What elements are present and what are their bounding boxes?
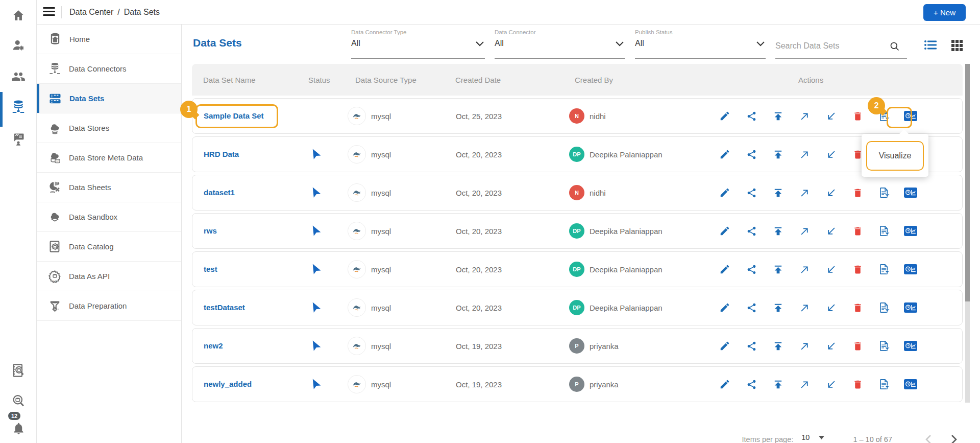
data-audit-icon[interactable] bbox=[0, 359, 37, 382]
script-filter-icon[interactable] bbox=[877, 225, 891, 237]
sidebar-item-data-stores[interactable]: Data Stores bbox=[37, 113, 181, 143]
delete-icon[interactable] bbox=[851, 110, 864, 122]
filter-data-connector[interactable]: Data Connector All bbox=[495, 29, 625, 59]
delete-icon[interactable] bbox=[851, 340, 864, 352]
sidebar-item-data-sandbox[interactable]: Data Sandbox bbox=[37, 202, 181, 232]
edit-icon[interactable] bbox=[718, 186, 731, 199]
filter-data-connector-type[interactable]: Data Connector Type All bbox=[351, 29, 485, 59]
visualize-icon[interactable] bbox=[904, 225, 917, 237]
share-icon[interactable] bbox=[745, 263, 758, 275]
delete-icon[interactable] bbox=[851, 263, 864, 275]
edit-icon[interactable] bbox=[718, 263, 731, 275]
delete-icon[interactable] bbox=[851, 301, 864, 314]
data-center-icon[interactable] bbox=[0, 96, 37, 118]
home-icon[interactable] bbox=[0, 4, 37, 27]
sidebar-item-home[interactable]: Home bbox=[37, 25, 181, 54]
edit-icon[interactable] bbox=[718, 340, 731, 352]
sidebar-item-data-as-api[interactable]: API Data As API bbox=[37, 262, 181, 291]
edit-icon[interactable] bbox=[718, 301, 731, 314]
share-icon[interactable] bbox=[745, 340, 758, 352]
publish-icon[interactable] bbox=[771, 340, 785, 352]
pull-down-icon[interactable] bbox=[824, 301, 838, 314]
filter-publish-status[interactable]: Publish Status All bbox=[635, 29, 766, 59]
share-icon[interactable] bbox=[745, 110, 758, 122]
data-set-name-link[interactable]: rws bbox=[204, 226, 217, 235]
script-filter-icon[interactable] bbox=[877, 186, 891, 199]
open-external-icon[interactable] bbox=[798, 148, 811, 160]
data-set-name-link[interactable]: test bbox=[204, 265, 217, 273]
publish-icon[interactable] bbox=[771, 378, 785, 390]
delete-icon[interactable] bbox=[851, 186, 864, 199]
share-icon[interactable] bbox=[745, 301, 758, 314]
script-filter-icon[interactable] bbox=[877, 378, 891, 390]
delete-icon[interactable] bbox=[851, 225, 864, 237]
avatar: DP bbox=[569, 300, 584, 315]
next-page-icon[interactable] bbox=[951, 434, 958, 443]
pull-down-icon[interactable] bbox=[824, 225, 838, 237]
pull-down-icon[interactable] bbox=[824, 110, 838, 122]
edit-icon[interactable] bbox=[718, 148, 731, 160]
user-admin-icon[interactable] bbox=[0, 34, 37, 56]
visualize-icon[interactable] bbox=[904, 263, 917, 275]
share-icon[interactable] bbox=[745, 186, 758, 199]
share-icon[interactable] bbox=[745, 378, 758, 390]
open-external-icon[interactable] bbox=[798, 378, 811, 390]
search-input[interactable] bbox=[775, 41, 877, 51]
search-icon[interactable] bbox=[890, 41, 900, 52]
sidebar-item-data-preparation[interactable]: Data Preparation bbox=[37, 291, 181, 321]
data-set-name-link[interactable]: newly_added bbox=[204, 380, 252, 388]
edit-icon[interactable] bbox=[718, 378, 731, 390]
script-filter-icon[interactable] bbox=[877, 340, 891, 352]
new-button[interactable]: + New bbox=[923, 4, 966, 21]
open-external-icon[interactable] bbox=[798, 186, 811, 199]
items-per-page-select[interactable]: 10 bbox=[799, 433, 826, 443]
data-set-name-link[interactable]: dataset1 bbox=[204, 188, 235, 197]
open-external-icon[interactable] bbox=[798, 263, 811, 275]
edit-icon[interactable] bbox=[718, 225, 731, 237]
visualize-icon[interactable] bbox=[904, 378, 917, 390]
notifications-bell-icon[interactable]: 12 bbox=[0, 417, 37, 439]
open-external-icon[interactable] bbox=[798, 301, 811, 314]
publish-icon[interactable] bbox=[771, 148, 785, 160]
script-filter-icon[interactable] bbox=[877, 263, 891, 275]
list-view-icon[interactable] bbox=[924, 40, 937, 50]
grid-view-icon[interactable] bbox=[951, 40, 963, 51]
publish-icon[interactable] bbox=[771, 225, 785, 237]
scrollbar-thumb[interactable] bbox=[965, 64, 970, 301]
publish-icon[interactable] bbox=[771, 301, 785, 314]
publish-icon[interactable] bbox=[771, 110, 785, 122]
hamburger-menu-icon[interactable] bbox=[43, 7, 55, 17]
open-external-icon[interactable] bbox=[798, 225, 811, 237]
share-icon[interactable] bbox=[745, 148, 758, 160]
open-external-icon[interactable] bbox=[798, 110, 811, 122]
visualize-icon[interactable] bbox=[904, 186, 917, 199]
data-discovery-icon[interactable] bbox=[0, 389, 37, 412]
edit-icon[interactable] bbox=[718, 110, 731, 122]
data-set-name-link[interactable]: HRD Data bbox=[204, 150, 239, 158]
pull-down-icon[interactable] bbox=[824, 148, 838, 160]
share-icon[interactable] bbox=[745, 225, 758, 237]
publish-icon[interactable] bbox=[771, 186, 785, 199]
publish-icon[interactable] bbox=[771, 263, 785, 275]
user-groups-icon[interactable] bbox=[0, 65, 37, 88]
previous-page-icon[interactable] bbox=[925, 434, 932, 443]
breadcrumb-parent[interactable]: Data Center bbox=[69, 8, 113, 17]
sidebar-item-data-catalog[interactable]: Data Catalog bbox=[37, 232, 181, 262]
visualize-icon[interactable] bbox=[904, 301, 917, 314]
script-filter-icon[interactable] bbox=[877, 301, 891, 314]
pull-down-icon[interactable] bbox=[824, 378, 838, 390]
sidebar-item-data-sets[interactable]: Data Sets bbox=[37, 84, 181, 113]
sidebar-item-data-store-meta-data[interactable]: </> Data Store Meta Data bbox=[37, 143, 181, 173]
sidebar-item-data-sheets[interactable]: Data Sheets bbox=[37, 173, 181, 202]
data-set-name-link[interactable]: new2 bbox=[204, 341, 223, 350]
data-set-name-link[interactable]: testDataset bbox=[204, 303, 245, 312]
pull-down-icon[interactable] bbox=[824, 340, 838, 352]
training-icon[interactable] bbox=[0, 128, 37, 150]
visualize-icon[interactable] bbox=[904, 340, 917, 352]
sidebar-item-data-connectors[interactable]: Data Connectors bbox=[37, 54, 181, 84]
table-scrollbar[interactable] bbox=[965, 64, 970, 403]
delete-icon[interactable] bbox=[851, 378, 864, 390]
open-external-icon[interactable] bbox=[798, 340, 811, 352]
pull-down-icon[interactable] bbox=[824, 263, 838, 275]
pull-down-icon[interactable] bbox=[824, 186, 838, 199]
